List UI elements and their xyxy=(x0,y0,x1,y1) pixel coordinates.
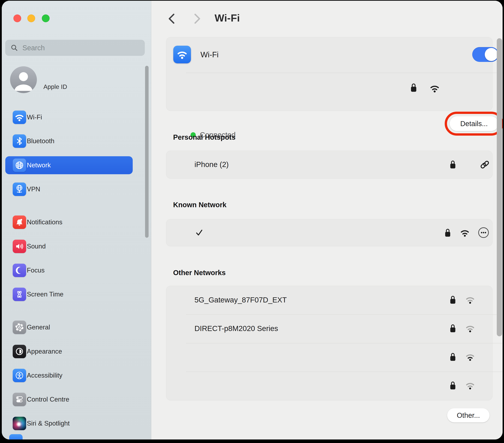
siri-icon xyxy=(13,417,26,430)
sidebar-item-wifi[interactable]: Wi-Fi xyxy=(5,108,133,126)
contrast-icon xyxy=(13,345,26,358)
wifi-signal-icon xyxy=(465,296,475,304)
main-scrollbar[interactable] xyxy=(497,38,502,336)
wifi-icon xyxy=(13,111,26,124)
checkmark-icon xyxy=(195,228,204,237)
sidebar-item-focus[interactable]: Focus xyxy=(5,261,133,279)
bluetooth-icon xyxy=(13,134,26,148)
system-settings-window: Search Apple ID Wi-Fi xyxy=(2,1,503,440)
lock-icon xyxy=(450,324,456,333)
hotspot-row[interactable]: iPhone (2) xyxy=(195,160,229,169)
sidebar-item-siri-spotlight[interactable]: Siri & Spotlight xyxy=(5,414,133,432)
section-title-known-network: Known Network xyxy=(173,201,226,209)
avatar[interactable] xyxy=(10,66,37,93)
lock-icon xyxy=(450,381,456,390)
sidebar-item-screen-time[interactable]: Screen Time xyxy=(5,285,133,303)
sidebar-item-sound[interactable]: Sound xyxy=(5,237,133,255)
lock-icon xyxy=(450,160,456,169)
lock-icon xyxy=(410,83,417,93)
sidebar-item-vpn[interactable]: VPN xyxy=(5,180,133,198)
known-network-card xyxy=(166,219,492,246)
sidebar-item-control-centre[interactable]: Control Centre xyxy=(5,391,133,409)
wifi-signal-icon xyxy=(460,229,470,237)
wifi-signal-icon xyxy=(430,84,440,93)
sidebar-scrollbar[interactable] xyxy=(145,66,149,238)
chevron-left-icon xyxy=(167,13,176,24)
wifi-signal-icon xyxy=(465,324,475,332)
sidebar-item-partial-icon[interactable] xyxy=(9,434,23,440)
search-placeholder: Search xyxy=(22,44,45,52)
section-title-personal-hotspots: Personal Hotspots xyxy=(173,133,235,141)
main-panel: Wi-Fi Wi-Fi xyxy=(151,1,503,440)
zoom-button[interactable] xyxy=(42,15,50,22)
other-network-button[interactable]: Other... xyxy=(447,408,489,422)
link-icon xyxy=(479,159,490,170)
lock-icon xyxy=(444,228,451,238)
toggles-icon xyxy=(13,393,26,406)
bell-icon xyxy=(13,216,26,229)
personal-hotspots-card: iPhone (2) xyxy=(166,151,492,178)
sidebar-item-network[interactable]: Network xyxy=(5,156,133,174)
lock-icon xyxy=(450,295,456,305)
sidebar-item-bluetooth[interactable]: Bluetooth xyxy=(5,132,133,150)
more-circle-icon[interactable] xyxy=(478,227,489,238)
hourglass-icon xyxy=(13,288,26,301)
section-title-other-networks: Other Networks xyxy=(173,269,226,277)
vpn-globe-icon xyxy=(13,183,26,196)
user-avatar-icon xyxy=(10,66,37,93)
network-row-name[interactable]: DIRECT-p8M2020 Series xyxy=(195,324,278,333)
card-divider xyxy=(186,314,502,315)
sidebar-item-appearance[interactable]: Appearance xyxy=(5,342,133,360)
sidebar-item-general[interactable]: General xyxy=(5,318,133,336)
search-input[interactable]: Search xyxy=(5,40,145,56)
wifi-signal-icon xyxy=(465,381,475,390)
sidebar-item-apple-id[interactable]: Apple ID xyxy=(43,83,67,90)
forward-button[interactable] xyxy=(191,12,203,25)
toggle-knob xyxy=(485,48,498,61)
close-button[interactable] xyxy=(13,15,21,22)
sidebar-item-notifications[interactable]: Notifications xyxy=(5,213,133,231)
annotation-ring xyxy=(445,112,503,136)
lock-icon xyxy=(450,352,456,362)
sidebar: Search Apple ID Wi-Fi xyxy=(2,1,151,440)
search-icon xyxy=(10,44,18,52)
gear-icon xyxy=(13,321,26,334)
card-divider xyxy=(186,372,502,372)
accessibility-icon xyxy=(13,369,26,382)
moon-icon xyxy=(13,264,26,277)
card-divider xyxy=(186,343,502,343)
wifi-icon xyxy=(173,46,191,63)
wifi-label: Wi-Fi xyxy=(200,50,219,59)
wifi-toggle[interactable] xyxy=(472,47,499,62)
globe-icon xyxy=(13,158,26,172)
wifi-card: Wi-Fi Details... Connected xyxy=(166,37,492,111)
network-row-name[interactable]: 5G_Gateway_87F07D_EXT xyxy=(195,296,287,304)
sidebar-item-accessibility[interactable]: Accessibility xyxy=(5,366,133,384)
minimize-button[interactable] xyxy=(27,15,35,22)
back-button[interactable] xyxy=(165,12,178,25)
card-divider xyxy=(186,73,502,73)
other-networks-card: 5G_Gateway_87F07D_EXT DIRECT-p8M2020 Ser… xyxy=(166,286,492,400)
speaker-icon xyxy=(13,240,26,253)
wifi-signal-icon xyxy=(465,353,475,361)
page-title: Wi-Fi xyxy=(215,12,240,24)
chevron-right-icon xyxy=(193,13,201,24)
